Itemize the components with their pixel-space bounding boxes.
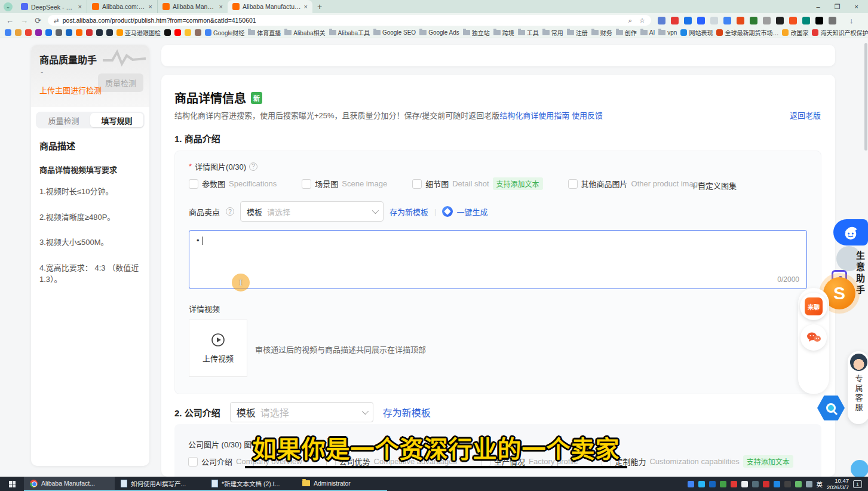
save-template-link[interactable]: 存为新模板 xyxy=(383,405,431,419)
browser-tab[interactable]: DeepSeek - 探索未至之境 × xyxy=(16,0,87,13)
bookmark-item[interactable]: 工具 xyxy=(518,28,539,37)
tab-close-icon[interactable]: × xyxy=(219,3,223,10)
tray-icon[interactable] xyxy=(763,481,769,487)
bookmark-item[interactable] xyxy=(174,29,181,36)
tray-icon[interactable] xyxy=(752,481,759,487)
extension-icon[interactable] xyxy=(671,17,679,24)
bookmark-item[interactable] xyxy=(56,29,62,36)
extension-icon[interactable] xyxy=(815,17,823,24)
extension-icon[interactable] xyxy=(697,17,705,24)
bookmark-item[interactable] xyxy=(66,29,72,36)
checkbox[interactable] xyxy=(568,179,578,189)
quality-check-button[interactable]: 质量检测 xyxy=(98,73,143,92)
bookmark-item[interactable]: 注册 xyxy=(567,28,588,37)
tray-icon[interactable] xyxy=(731,481,737,487)
upload-main-image-link[interactable]: 上传主图进行检测 xyxy=(39,84,102,96)
bookmark-item[interactable]: Alibaba工具 xyxy=(329,28,370,37)
customer-service-widget[interactable]: 专属客服 xyxy=(848,351,868,424)
extension-icon[interactable] xyxy=(750,17,757,24)
bookmark-star-icon[interactable]: ☆ xyxy=(639,17,645,24)
extension-icon[interactable] xyxy=(684,17,692,24)
extension-icon[interactable] xyxy=(829,17,836,24)
search-icon[interactable]: ⌕ xyxy=(628,17,632,24)
bookmark-item[interactable]: AI xyxy=(640,29,655,36)
bookmark-item[interactable]: 财务 xyxy=(591,28,612,37)
bookmark-item[interactable]: vpn xyxy=(658,29,677,36)
input-language-indicator[interactable]: 英 xyxy=(817,480,823,489)
wechat-icon[interactable] xyxy=(800,324,827,351)
sellpoint-textarea[interactable]: • 0/2000 xyxy=(189,230,807,289)
forward-icon[interactable]: → xyxy=(20,16,28,25)
bookmark-item[interactable] xyxy=(45,29,52,36)
tray-icon[interactable] xyxy=(795,481,802,487)
browser-tab[interactable]: Alibaba Manufacturer Direct… × xyxy=(157,0,228,13)
save-template-link[interactable]: 存为新模板 xyxy=(389,206,428,217)
site-info-icon[interactable]: ⇄ xyxy=(54,17,59,24)
page-scrollbar[interactable] xyxy=(864,43,867,151)
start-button[interactable] xyxy=(0,477,24,491)
taskbar-app[interactable]: Administrator xyxy=(296,477,387,491)
extension-icon[interactable] xyxy=(658,17,665,24)
bookmark-item[interactable]: Google Ads xyxy=(419,29,459,36)
extension-icon[interactable] xyxy=(789,17,797,24)
checkbox[interactable] xyxy=(302,179,311,189)
bookmark-item[interactable] xyxy=(25,29,32,36)
upload-video-button[interactable]: 上传视频 xyxy=(189,320,247,377)
download-icon[interactable]: ↓ xyxy=(849,16,854,25)
help-icon[interactable]: ? xyxy=(249,162,257,171)
bookmark-item[interactable] xyxy=(164,29,171,36)
bookmark-item[interactable]: 体育直播 xyxy=(248,28,281,37)
window-minimize-button[interactable]: – xyxy=(817,3,820,11)
sidebar-tab[interactable]: 质量检测 xyxy=(37,113,90,127)
tray-icon[interactable] xyxy=(720,481,726,487)
one-click-generate-button[interactable]: 一键生成 xyxy=(442,206,487,217)
tab-close-icon[interactable]: × xyxy=(149,3,152,10)
extension-icon[interactable] xyxy=(737,17,744,24)
tray-icon[interactable] xyxy=(688,481,694,487)
bookmark-item[interactable] xyxy=(15,29,22,36)
hidden-widget-icon[interactable] xyxy=(851,460,868,478)
bookmark-item[interactable] xyxy=(76,29,82,36)
bookmark-item[interactable] xyxy=(96,29,103,36)
checkbox[interactable] xyxy=(188,457,198,467)
reload-icon[interactable]: ⟳ xyxy=(35,16,41,25)
extension-icon[interactable] xyxy=(776,17,784,24)
assistant-mascot-icon[interactable] xyxy=(833,219,868,246)
bookmark-item[interactable]: 亚马逊跟图检 xyxy=(116,28,161,37)
bookmark-item[interactable]: 海天知识产权保护… xyxy=(812,28,868,37)
tray-icon[interactable] xyxy=(741,481,748,487)
window-close-button[interactable]: × xyxy=(855,3,858,11)
taskbar-app[interactable]: 如何使用AI撰写产... xyxy=(115,477,206,491)
extension-icon[interactable] xyxy=(763,17,771,24)
laliao-chat-icon[interactable]: 来聊 xyxy=(800,293,827,320)
custom-gallery-button[interactable]: ＋自定义图集 xyxy=(690,180,737,191)
tray-icon[interactable] xyxy=(709,481,716,487)
browser-tab[interactable]: Alibaba.com: Manufacturers… × xyxy=(87,0,157,13)
bookmark-item[interactable]: 改国家 xyxy=(782,28,808,37)
tray-icon[interactable] xyxy=(698,481,705,487)
extension-icon[interactable] xyxy=(710,17,718,24)
help-icon[interactable]: ? xyxy=(226,207,234,216)
back-to-old-link[interactable]: 返回老版 xyxy=(790,109,821,121)
bookmark-item[interactable]: Google财经 xyxy=(205,28,244,37)
tab-close-icon[interactable]: × xyxy=(78,3,82,10)
tab-search-icon[interactable]: ⌄ xyxy=(4,2,13,11)
sidebar-tab[interactable]: 填写规则 xyxy=(90,113,143,127)
bookmark-item[interactable] xyxy=(195,29,201,36)
url-bar[interactable]: ⇄ post.alibaba.com/product/publish.htm?f… xyxy=(48,15,651,26)
bookmark-item[interactable] xyxy=(185,29,191,36)
bookmark-item[interactable] xyxy=(86,29,93,36)
sellpoint-template-select[interactable]: 模板 请选择 xyxy=(240,201,384,222)
taskbar-app[interactable]: Alibaba Manufact... xyxy=(24,477,115,491)
tray-icon[interactable] xyxy=(774,481,780,487)
bookmark-item[interactable] xyxy=(35,29,42,36)
guide-link[interactable]: 结构化商详使用指南 xyxy=(499,109,569,121)
bookmark-item[interactable]: 网站表现 xyxy=(680,28,713,37)
taskbar-clock[interactable]: 10:47 2026/3/7 xyxy=(827,477,849,491)
extension-icon[interactable] xyxy=(723,17,731,24)
feedback-link[interactable]: 使用反馈 xyxy=(572,109,603,121)
tray-icon[interactable] xyxy=(784,481,791,487)
bookmark-item[interactable]: 常用 xyxy=(542,28,563,37)
checkbox[interactable] xyxy=(412,179,422,189)
browser-tab[interactable]: Alibaba Manufacturer Direct… × xyxy=(228,0,312,13)
